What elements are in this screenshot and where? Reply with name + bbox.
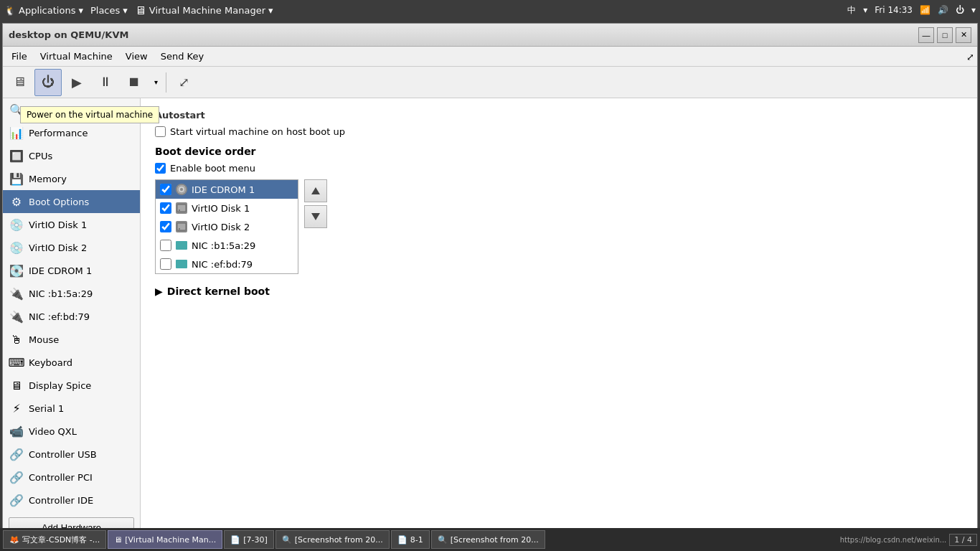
boot-list-item-nic-ef[interactable]: NIC :ef:bd:79: [156, 255, 298, 273]
toolbar-separator: [166, 72, 166, 93]
nic-b1-label: NIC :b1:5a:29: [29, 288, 93, 299]
boot-list-item-nic-b1[interactable]: NIC :b1:5a:29: [156, 236, 298, 255]
taskbar: 🦊 写文章-CSDN博客 -... 🖥 [Virtual Machine Man…: [0, 528, 980, 551]
power-menu-icon[interactable]: ⏻: [956, 5, 964, 15]
taskbar-item-730[interactable]: 📄 [7-30]: [224, 530, 274, 549]
move-up-button[interactable]: [304, 179, 327, 202]
page-indicator: 1 / 4: [949, 534, 977, 546]
sidebar-item-memory[interactable]: 💾 Memory: [3, 167, 140, 190]
sidebar-item-boot-options[interactable]: ⚙ Boot Options: [3, 190, 140, 213]
send-key-menu[interactable]: Send Key: [155, 48, 209, 65]
taskbar-right: https://blog.csdn.net/weixin... 1 / 4: [840, 534, 977, 546]
disk-2-icon: [176, 221, 187, 232]
boot-item-check-virtio-1[interactable]: [160, 202, 171, 214]
sidebar-item-controller-pci[interactable]: 🔗 Controller PCI: [3, 466, 140, 489]
sidebar-item-mouse[interactable]: 🖱 Mouse: [3, 328, 140, 351]
input-method[interactable]: 中: [847, 4, 856, 17]
resize-handle[interactable]: ⤢: [966, 52, 974, 62]
controller-pci-label: Controller PCI: [29, 472, 93, 483]
view-menu[interactable]: View: [120, 48, 154, 65]
svg-rect-4: [177, 223, 186, 230]
applications-menu[interactable]: Applications ▾: [19, 5, 83, 16]
video-qxl-label: Video QXL: [29, 426, 77, 437]
move-down-button[interactable]: [304, 205, 327, 228]
boot-options-label: Boot Options: [29, 197, 89, 207]
close-button[interactable]: ✕: [956, 27, 971, 43]
boot-list-item-virtio-1[interactable]: VirtIO Disk 1: [156, 199, 298, 217]
vmm-label: Virtual Machine Manager: [149, 5, 265, 16]
taskbar-item-screenshot2[interactable]: 🔍 [Screenshot from 20...: [431, 530, 545, 549]
sidebar-item-controller-ide[interactable]: 🔗 Controller IDE: [3, 489, 140, 512]
toolbar: 🖥 ⏻ ▶ ⏸ ⏹ ▾ ⤢ ⤢: [3, 67, 977, 98]
sidebar-item-virtio-disk-1[interactable]: 💿 VirtIO Disk 1: [3, 213, 140, 236]
sidebar-item-performance[interactable]: 📊 Performance: [3, 121, 140, 144]
taskbar-url: https://blog.csdn.net/weixin...: [840, 536, 947, 544]
fullscreen-button[interactable]: ⤢: [170, 69, 197, 96]
monitor-button[interactable]: 🖥: [6, 69, 33, 96]
window-controls: — □ ✕: [918, 27, 971, 43]
sidebar: 🔍 Overview 📊 Performance 🔲 CPUs 💾 Memory…: [3, 98, 141, 544]
8-1-label: 8-1: [410, 535, 423, 545]
boot-list-item-virtio-2[interactable]: VirtIO Disk 2: [156, 217, 298, 236]
boot-item-check-virtio-2[interactable]: [160, 221, 171, 232]
autostart-label: Start virtual machine on host boot up: [170, 126, 345, 137]
sidebar-item-video-qxl[interactable]: 📹 Video QXL: [3, 420, 140, 443]
taskbar-item-firefox[interactable]: 🦊 写文章-CSDN博客 -...: [3, 530, 106, 549]
sidebar-item-serial-1[interactable]: ⚡ Serial 1: [3, 397, 140, 420]
enable-boot-menu-checkbox[interactable]: [155, 163, 166, 174]
controller-usb-icon: 🔗: [9, 446, 24, 462]
boot-item-label-virtio-1: VirtIO Disk 1: [192, 203, 250, 214]
serial-1-icon: ⚡: [9, 400, 24, 416]
autostart-checkbox[interactable]: [155, 126, 166, 137]
sidebar-item-cpus[interactable]: 🔲 CPUs: [3, 144, 140, 167]
top-bar-left: 🐧 Applications ▾ Places ▾ 🖥 Virtual Mach…: [4, 4, 273, 17]
sidebar-item-display-spice[interactable]: 🖥 Display Spice: [3, 374, 140, 397]
display-spice-icon: 🖥: [9, 377, 24, 393]
volume-icon: 🔊: [938, 5, 948, 15]
topbar-arrow: ▾: [863, 5, 867, 15]
vmm-taskbar-icon: 🖥: [114, 535, 122, 545]
taskbar-item-8-1[interactable]: 📄 8-1: [391, 530, 430, 549]
taskbar-item-screenshot1[interactable]: 🔍 [Screenshot from 20...: [275, 530, 390, 549]
maximize-button[interactable]: □: [937, 27, 953, 43]
stop-button[interactable]: ⏹: [121, 69, 148, 96]
svg-marker-6: [311, 187, 320, 194]
places-arrow: ▾: [123, 5, 128, 16]
taskbar-item-vmm[interactable]: 🖥 [Virtual Machine Man...: [108, 530, 222, 549]
boot-list-item-ide-cdrom[interactable]: IDE CDROM 1: [156, 180, 298, 199]
sidebar-item-ide-cdrom-1[interactable]: 💽 IDE CDROM 1: [3, 259, 140, 282]
sidebar-item-virtio-disk-2[interactable]: 💿 VirtIO Disk 2: [3, 236, 140, 259]
pause-button[interactable]: ⏸: [92, 69, 119, 96]
ide-cdrom-1-label: IDE CDROM 1: [29, 265, 92, 276]
nic-ef-icon: 🔌: [9, 309, 24, 324]
boot-item-check-nic-ef[interactable]: [160, 258, 171, 270]
stop-dropdown[interactable]: ▾: [149, 69, 162, 96]
direct-kernel-boot-header[interactable]: ▶ Direct kernel boot: [155, 286, 963, 297]
minimize-button[interactable]: —: [918, 27, 934, 43]
window-title: desktop on QEMU/KVM: [9, 29, 128, 40]
window-titlebar: desktop on QEMU/KVM — □ ✕: [3, 24, 977, 47]
vmm-taskbar-label: [Virtual Machine Man...: [125, 535, 216, 545]
power-arrow: ▾: [971, 5, 976, 15]
menu-bar: File Virtual Machine View Send Key: [3, 47, 977, 67]
boot-item-check-nic-b1[interactable]: [160, 240, 171, 251]
keyboard-icon: ⌨: [9, 354, 24, 370]
nic-b1-icon: 🔌: [9, 286, 24, 301]
sidebar-item-nic-b1[interactable]: 🔌 NIC :b1:5a:29: [3, 282, 140, 305]
cdrom-icon: [176, 184, 187, 195]
sidebar-item-controller-usb[interactable]: 🔗 Controller USB: [3, 443, 140, 466]
firefox-icon: 🦊: [9, 535, 19, 545]
ide-cdrom-1-icon: 💽: [9, 263, 24, 278]
vmm-menu[interactable]: Virtual Machine Manager ▾: [149, 5, 273, 16]
places-menu[interactable]: Places ▾: [90, 5, 128, 16]
svg-rect-3: [179, 209, 180, 211]
screenshot1-label: [Screenshot from 20...: [295, 535, 383, 545]
power-button[interactable]: ⏻: [34, 69, 62, 96]
virtual-machine-menu[interactable]: Virtual Machine: [34, 48, 118, 65]
play-button[interactable]: ▶: [63, 69, 90, 96]
cpus-icon: 🔲: [9, 148, 24, 164]
file-menu[interactable]: File: [6, 48, 33, 65]
boot-item-check-ide-cdrom[interactable]: [160, 184, 171, 195]
sidebar-item-nic-ef[interactable]: 🔌 NIC :ef:bd:79: [3, 305, 140, 328]
sidebar-item-keyboard[interactable]: ⌨ Keyboard: [3, 351, 140, 374]
